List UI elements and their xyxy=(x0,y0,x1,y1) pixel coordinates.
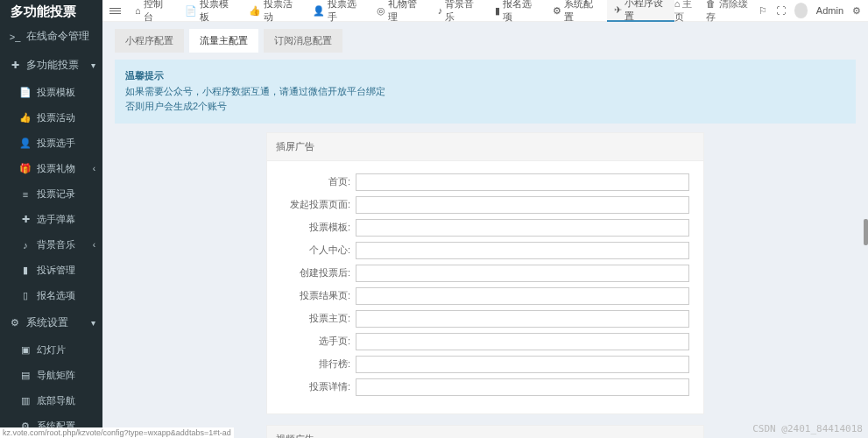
input-player-page[interactable] xyxy=(356,333,689,350)
gear-icon: ⚙ xyxy=(553,5,561,17)
alert-title: 温馨提示 xyxy=(125,68,845,84)
sidebar-sub-sys: ▣幻灯片 ▤导航矩阵 ▥底部导航 ⚙系统配置 ✈小程序设置 ◎公众号配置 xyxy=(0,337,102,438)
tab-activity[interactable]: 👍投票活动 xyxy=(242,0,304,22)
tab-console[interactable]: ⌂控制台 xyxy=(128,0,176,22)
tab-sysconfig[interactable]: ⚙系统配置 xyxy=(546,0,605,22)
sidebar-item-signup[interactable]: ▯报名选项 xyxy=(5,283,102,308)
hamburger-icon[interactable] xyxy=(109,6,121,16)
tab-subscribe-config[interactable]: 订阅消息配置 xyxy=(264,29,342,53)
gear-icon[interactable]: ⚙ xyxy=(852,5,861,17)
field-label: 首页: xyxy=(281,175,356,188)
status-url: kz.vote.com/root.php/kzvote/config?type=… xyxy=(0,427,234,438)
form-icon: ▯ xyxy=(19,290,32,301)
expand-icon[interactable]: ⛶ xyxy=(776,5,786,16)
field-label: 投票模板: xyxy=(281,221,356,234)
sidebar-item-gift[interactable]: 🎁投票礼物‹ xyxy=(5,156,102,181)
field-label: 投票详情: xyxy=(281,380,356,393)
file-icon: 📄 xyxy=(185,5,197,17)
home-icon: ⌂ xyxy=(135,5,141,16)
sidebar-group-sys[interactable]: ⚙ 系统设置 ▾ xyxy=(0,308,102,337)
sidebar-item-navmatrix[interactable]: ▤导航矩阵 xyxy=(5,363,102,388)
tab-signup[interactable]: ▮报名选项 xyxy=(488,0,544,22)
sidebar-item-activity[interactable]: 👍投票活动 xyxy=(5,105,102,131)
user-name[interactable]: Admin xyxy=(816,5,843,16)
home-link[interactable]: ⌂ 主页 xyxy=(674,0,698,24)
field-label: 创建投票后: xyxy=(281,266,356,279)
content-area[interactable]: 小程序配置 流量主配置 订阅消息配置 温馨提示 如果需要公众号，小程序数据互通，… xyxy=(102,22,868,438)
tab-template[interactable]: 📄投票模板 xyxy=(178,0,240,22)
brand-title: 多功能投票 xyxy=(0,0,102,22)
flag-icon: ▮ xyxy=(495,5,500,17)
input-home[interactable] xyxy=(356,173,689,191)
circle-icon: ◎ xyxy=(377,5,385,17)
sidebar-sub-vote: 📄投票模板 👍投票活动 👤投票选手 🎁投票礼物‹ ≡投票记录 ✚选手弹幕 ♪背景… xyxy=(0,80,102,308)
sidebar-item-player[interactable]: 👤投票选手 xyxy=(5,131,102,156)
field-label: 投票结果页: xyxy=(281,289,356,302)
topbar-right: ⌂ 主页 🗑 清除缓存 ⚐ ⛶ Admin ⚙ xyxy=(674,0,861,24)
sidebar: 多功能投票 >_ 在线命令管理 ✚ 多功能投票 ▾ 📄投票模板 👍投票活动 👤投… xyxy=(0,0,102,438)
input-launch-vote[interactable] xyxy=(356,196,689,214)
tab-music[interactable]: ♪背景音乐 xyxy=(431,0,487,22)
scrollbar-handle[interactable] xyxy=(864,219,868,245)
input-detail[interactable] xyxy=(356,378,689,396)
main-area: ⌂控制台 📄投票模板 👍投票活动 👤投票选手 ◎礼物管理 ♪背景音乐 ▮报名选项… xyxy=(102,0,868,438)
panel-title: 插屏广告 xyxy=(267,133,703,161)
tab-traffic-config[interactable]: 流量主配置 xyxy=(189,29,258,53)
sidebar-label: 在线命令管理 xyxy=(26,29,89,44)
sidebar-item-danmu[interactable]: ✚选手弹幕 xyxy=(5,207,102,232)
plane-icon: ✈ xyxy=(614,4,622,16)
plus-icon: ✚ xyxy=(9,60,21,71)
tab-gift[interactable]: ◎礼物管理 xyxy=(370,0,429,22)
sidebar-label: 多功能投票 xyxy=(26,58,79,73)
thumb-icon: 👍 xyxy=(19,112,32,124)
input-rank[interactable] xyxy=(356,356,689,373)
sidebar-item-slide[interactable]: ▣幻灯片 xyxy=(5,337,102,363)
flag-icon[interactable]: ⚐ xyxy=(759,5,767,17)
sidebar-item-record[interactable]: ≡投票记录 xyxy=(5,181,102,207)
clear-cache-link[interactable]: 🗑 清除缓存 xyxy=(706,0,749,24)
config-tabs: 小程序配置 流量主配置 订阅消息配置 xyxy=(115,29,856,53)
sidebar-group-cmd[interactable]: >_ 在线命令管理 xyxy=(0,22,102,51)
tab-miniapp[interactable]: ✈小程序设置 xyxy=(607,0,674,22)
chevron-down-icon: ▾ xyxy=(91,60,95,70)
user-icon: 👤 xyxy=(19,138,32,149)
sidebar-item-music[interactable]: ♪背景音乐‹ xyxy=(5,232,102,258)
grid-icon: ▤ xyxy=(19,370,32,381)
input-profile[interactable] xyxy=(356,242,689,259)
topbar-tabs: ⌂控制台 📄投票模板 👍投票活动 👤投票选手 ◎礼物管理 ♪背景音乐 ▮报名选项… xyxy=(128,0,674,22)
input-vote-home[interactable] xyxy=(356,310,689,328)
field-label: 选手页: xyxy=(281,335,356,348)
alert-line1: 如果需要公众号，小程序数据互通，请通过微信开放平台绑定 xyxy=(125,84,845,100)
sidebar-item-bottomnav[interactable]: ▥底部导航 xyxy=(5,388,102,413)
music-icon: ♪ xyxy=(438,5,443,16)
alert-line2: 否则用户会生成2个账号 xyxy=(125,99,845,115)
nav-icon: ▥ xyxy=(19,395,32,406)
slide-icon: ▣ xyxy=(19,344,32,356)
chevron-left-icon: ‹ xyxy=(93,164,95,173)
avatar[interactable] xyxy=(794,3,808,18)
input-result[interactable] xyxy=(356,287,689,305)
input-template[interactable] xyxy=(356,219,689,237)
tab-player[interactable]: 👤投票选手 xyxy=(306,0,368,22)
chevron-down-icon: ▾ xyxy=(91,318,95,328)
sidebar-group-vote[interactable]: ✚ 多功能投票 ▾ xyxy=(0,51,102,80)
tab-miniapp-config[interactable]: 小程序配置 xyxy=(115,29,184,53)
sidebar-label: 系统设置 xyxy=(26,315,68,330)
user-icon: 👤 xyxy=(313,5,325,17)
file-icon: 📄 xyxy=(19,87,32,98)
watermark: CSDN @2401_84414018 xyxy=(752,423,863,434)
input-after-create[interactable] xyxy=(356,265,689,282)
flag-icon: ▮ xyxy=(19,265,32,276)
list-icon: ≡ xyxy=(19,189,32,200)
thumb-icon: 👍 xyxy=(249,5,261,17)
field-label: 排行榜: xyxy=(281,357,356,371)
gift-icon: 🎁 xyxy=(19,163,32,174)
sidebar-item-complaint[interactable]: ▮投诉管理 xyxy=(5,258,102,283)
panel-interstitial: 插屏广告 首页: 发起投票页面: 投票模板: 个人中心: 创建投票后: 投票结果… xyxy=(266,132,704,414)
terminal-icon: >_ xyxy=(9,32,21,42)
field-label: 发起投票页面: xyxy=(281,198,356,211)
panel-video-ad: 视频广告 个人中心: 发起投票页面: xyxy=(266,425,704,438)
chevron-left-icon: ‹ xyxy=(93,240,95,250)
panel-title: 视频广告 xyxy=(267,426,703,438)
sidebar-item-template[interactable]: 📄投票模板 xyxy=(5,80,102,105)
